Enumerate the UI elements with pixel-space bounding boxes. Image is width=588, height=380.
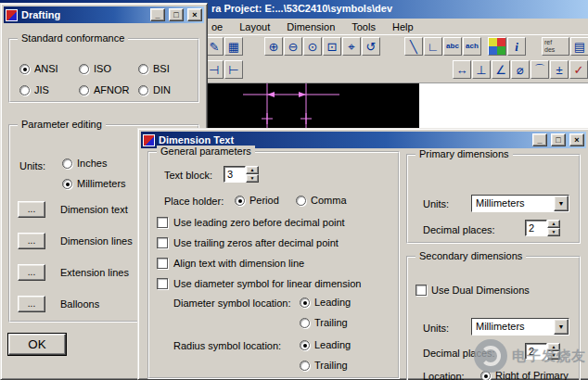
minimize-icon[interactable]: _ (532, 133, 547, 146)
spin-up-icon[interactable]: ▲ (547, 220, 560, 228)
toolbar-zoom-group: ⊕⊖⊙⊡⌖↺ (264, 37, 380, 56)
ok-button[interactable]: OK (8, 334, 66, 355)
primary-decimal-stepper[interactable]: 2 ▲ ▼ (525, 220, 560, 236)
grid-icon[interactable]: ▦ (224, 37, 243, 56)
refdes-icon[interactable]: ref des (542, 37, 569, 56)
radio-icon[interactable] (300, 340, 310, 350)
draw-icon[interactable]: ✎ (205, 37, 224, 56)
radio-millimeters[interactable]: Millimeters (62, 177, 126, 190)
radio-inches[interactable]: Inches (62, 157, 107, 170)
radius-dimension-icon[interactable]: ⌒ (530, 60, 549, 79)
radio-icon[interactable] (19, 64, 30, 74)
info-icon[interactable]: i (507, 37, 526, 56)
maximize-icon[interactable]: □ (551, 133, 566, 146)
checkbox-icon[interactable] (157, 258, 168, 269)
radio-bsi[interactable]: BSI (138, 62, 170, 75)
use-trailing-zeros-row[interactable]: Use trailing zeros after decimal point (157, 234, 361, 251)
use-diameter-symbol-row[interactable]: Use diameter symbol for linear dimension (157, 275, 361, 292)
secondary-units-dropdown[interactable]: Millimeters ▼ (471, 318, 569, 336)
radio-comma[interactable]: Comma (296, 194, 347, 207)
text-abc-icon[interactable]: abc (443, 37, 462, 56)
ellipsis-button[interactable]: ... (18, 201, 45, 218)
checkbox-icon[interactable] (157, 278, 168, 289)
line-icon[interactable]: ╲ (404, 37, 423, 56)
checkbox-icon[interactable] (157, 237, 168, 248)
perpendicular-dimension-icon[interactable]: ⊥ (472, 60, 491, 79)
stepper-value[interactable]: 3 (224, 166, 246, 183)
radio-icon[interactable] (62, 158, 72, 169)
dimension-datum-icon[interactable]: ⊢ (224, 60, 243, 79)
ortho-icon[interactable]: ∟ (424, 37, 442, 56)
close-icon[interactable]: × (569, 133, 584, 146)
minimize-icon[interactable]: _ (150, 8, 165, 21)
menu-item-tools[interactable]: Tools (343, 19, 384, 34)
radio-label: Inches (77, 158, 107, 169)
zoom-in-icon[interactable]: ⊕ (264, 37, 283, 56)
radio-radius-trailing[interactable]: Trailing (300, 359, 348, 372)
drafting-titlebar[interactable]: Drafting _ □ × (4, 6, 204, 23)
radio-jis[interactable]: JIS (19, 83, 49, 96)
ellipsis-button[interactable]: ... (18, 296, 45, 312)
radio-icon[interactable] (300, 318, 310, 328)
zoom-window-icon[interactable]: ⊡ (323, 37, 341, 56)
radio-label: Millimeters (77, 178, 126, 189)
linear-dimension-icon[interactable]: ↔ (453, 60, 471, 79)
zoom-center-icon[interactable]: ⊙ (303, 37, 322, 56)
ellipsis-button[interactable]: ... (18, 233, 45, 249)
radio-radius-leading[interactable]: Leading (300, 338, 351, 351)
radio-label: ISO (94, 63, 111, 74)
zoom-out-icon[interactable]: ⊖ (284, 37, 302, 56)
radio-icon[interactable] (79, 64, 89, 74)
spin-down-icon[interactable]: ▼ (547, 228, 560, 236)
radio-icon[interactable] (300, 361, 310, 371)
primary-units-dropdown[interactable]: Millimeters ▼ (471, 195, 569, 212)
ellipsis-button[interactable]: ... (18, 264, 45, 281)
chevron-down-icon[interactable]: ▼ (554, 319, 569, 335)
diameter-dimension-icon[interactable]: ⌀ (511, 60, 530, 79)
tolerance-icon[interactable]: ± (550, 60, 569, 79)
radio-din[interactable]: DIN (138, 83, 171, 96)
menu-item-help[interactable]: Help (384, 19, 422, 34)
secondary-units-label: Units: (423, 323, 449, 334)
radio-icon[interactable] (79, 85, 89, 95)
angle-dimension-icon[interactable]: ∠ (492, 60, 510, 79)
radio-afnor[interactable]: AFNOR (79, 83, 130, 96)
radio-label: AFNOR (94, 84, 130, 95)
text-attach-icon[interactable]: ach (463, 37, 481, 56)
radio-diameter-trailing[interactable]: Trailing (300, 316, 348, 329)
color-palette-icon[interactable] (488, 37, 506, 56)
radio-iso[interactable]: ISO (79, 62, 111, 75)
use-leading-zero-row[interactable]: Use leading zero before decimal point (157, 214, 361, 231)
spin-up-icon[interactable]: ▲ (246, 166, 259, 174)
chevron-down-icon[interactable]: ▼ (554, 196, 569, 211)
general-checkboxes: Use leading zero before decimal point Us… (157, 214, 361, 296)
text-block-stepper[interactable]: 3 ▲ ▼ (224, 166, 259, 183)
check-icon[interactable]: ✓ (569, 60, 588, 79)
checkbox-icon[interactable] (157, 217, 168, 228)
zoom-previous-icon[interactable]: ↺ (362, 37, 380, 56)
radio-diameter-leading[interactable]: Leading (300, 296, 351, 309)
maximize-icon[interactable]: □ (169, 8, 184, 21)
stepper-value[interactable]: 2 (525, 220, 547, 236)
spin-down-icon[interactable]: ▼ (246, 174, 259, 183)
place-holder-label: Place holder: (164, 196, 224, 207)
menu-item-layout[interactable]: Layout (231, 19, 278, 34)
radio-period[interactable]: Period (235, 194, 279, 207)
radio-icon[interactable] (300, 298, 310, 308)
dimension-extension-icon[interactable]: ⊣ (205, 60, 224, 79)
radio-icon[interactable] (296, 196, 306, 206)
layers-icon[interactable]: ▤ (570, 37, 588, 56)
use-dual-dimensions-checkbox[interactable]: Use Dual Dimensions (415, 284, 530, 297)
zoom-points-icon[interactable]: ⌖ (342, 37, 361, 56)
menu-item-dimension[interactable]: Dimension (278, 19, 343, 34)
checkbox-icon[interactable] (415, 285, 427, 296)
radio-icon[interactable] (138, 85, 148, 95)
close-icon[interactable]: × (187, 8, 202, 21)
radio-icon[interactable] (19, 85, 30, 95)
radio-icon[interactable] (138, 64, 148, 74)
radio-icon[interactable] (235, 196, 245, 206)
radio-icon[interactable] (62, 179, 72, 189)
radio-ansi[interactable]: ANSI (19, 62, 58, 75)
drafting-dialog-icon (6, 9, 18, 21)
align-text-row[interactable]: Align text with dimension line (157, 255, 361, 272)
